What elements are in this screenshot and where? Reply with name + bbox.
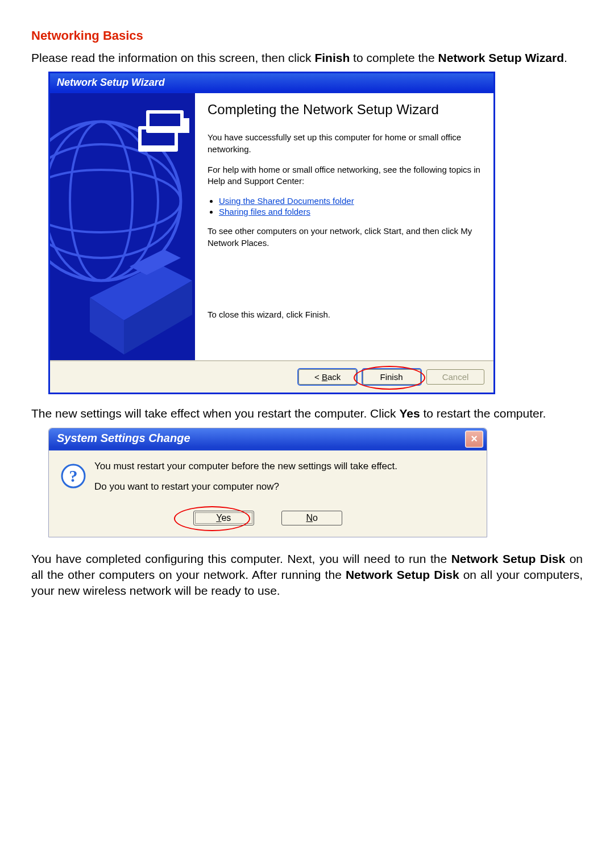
- wizard-text: You have successfully set up this comput…: [208, 132, 481, 155]
- wizard-titlebar: Network Setup Wizard: [50, 73, 493, 93]
- help-link-shared-docs[interactable]: Using the Shared Documents folder: [219, 196, 354, 206]
- text: You have completed configuring this comp…: [31, 552, 451, 565]
- paragraph: You have completed configuring this comp…: [31, 551, 583, 599]
- text: to complete the: [350, 51, 438, 64]
- dialog-titlebar: System Settings Change ×: [49, 428, 487, 450]
- close-button[interactable]: ×: [465, 431, 483, 448]
- text: to restart the computer.: [420, 407, 546, 420]
- dialog-text: You must restart your computer before th…: [94, 461, 397, 502]
- network-setup-wizard-window: Network Setup Wizard: [48, 72, 495, 394]
- dialog-button-row: Yes No: [49, 507, 487, 537]
- svg-rect-10: [182, 118, 189, 133]
- text: Please read the information on this scre…: [31, 51, 314, 64]
- text: <: [314, 372, 322, 382]
- paragraph: The new settings will take effect when y…: [31, 406, 583, 422]
- text: B: [322, 372, 327, 382]
- wizard-heading: Completing the Network Setup Wizard: [208, 101, 481, 118]
- text: ack: [327, 372, 341, 382]
- dialog-line: You must restart your computer before th…: [94, 461, 397, 472]
- text-bold: Network Setup Disk: [346, 568, 459, 581]
- text: o: [313, 513, 318, 523]
- wizard-text: To see other computers on your network, …: [208, 226, 481, 249]
- help-link-sharing-files[interactable]: Sharing files and folders: [219, 207, 310, 216]
- back-button[interactable]: < Back: [298, 369, 356, 385]
- wizard-help-links: Using the Shared Documents folder Sharin…: [211, 196, 481, 216]
- text: The new settings will take effect when y…: [31, 407, 399, 420]
- text-bold: Finish: [314, 51, 350, 64]
- dialog-line: Do you want to restart your computer now…: [94, 481, 397, 493]
- text-bold: Network Setup Disk: [451, 552, 566, 565]
- wizard-content: Completing the Network Setup Wizard You …: [195, 93, 493, 360]
- intro-paragraph: Please read the information on this scre…: [31, 50, 583, 66]
- wizard-sidebar-image: [50, 93, 195, 360]
- dialog-title: System Settings Change: [57, 432, 190, 444]
- text-bold: Network Setup Wizard: [438, 51, 565, 64]
- wizard-body: Completing the Network Setup Wizard You …: [50, 93, 493, 360]
- dialog-body: ? You must restart your computer before …: [49, 450, 487, 507]
- finish-button[interactable]: Finish: [363, 369, 421, 385]
- svg-rect-9: [150, 114, 180, 126]
- system-settings-change-dialog: System Settings Change × ? You must rest…: [48, 428, 487, 537]
- wizard-text: For help with home or small office netwo…: [208, 164, 481, 187]
- cancel-button: Cancel: [426, 369, 484, 385]
- text: .: [564, 51, 567, 64]
- text: N: [306, 513, 313, 523]
- svg-text:?: ?: [69, 466, 78, 485]
- wizard-button-row: < Back Finish Cancel: [50, 360, 493, 393]
- yes-button[interactable]: Yes: [193, 511, 254, 525]
- no-button[interactable]: No: [281, 511, 342, 525]
- section-heading: Networking Basics: [31, 28, 583, 43]
- text: es: [221, 513, 231, 523]
- text-bold: Yes: [399, 407, 420, 420]
- wizard-text: To close this wizard, click Finish.: [208, 309, 481, 320]
- question-icon: ?: [60, 463, 86, 502]
